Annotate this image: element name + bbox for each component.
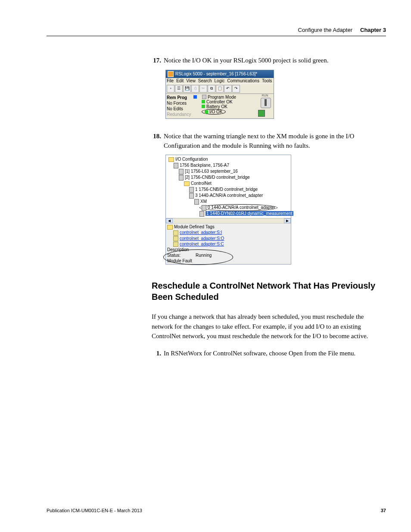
mode-box-icon xyxy=(202,95,206,99)
menu-view[interactable]: View xyxy=(186,78,196,83)
battery-ok-icon xyxy=(202,105,205,108)
section-heading: Reschedule a ControlNet Network That Has… xyxy=(152,280,384,302)
tb-redo-icon[interactable]: ↷ xyxy=(232,85,240,93)
status-noforces: No Forces xyxy=(167,100,192,106)
folder-icon xyxy=(168,157,174,162)
figure-io-config-tree: I/O Configuration 1756 Backplane, 1756-A… xyxy=(165,155,386,264)
tree-node[interactable]: 1 1756-CNB/D controlnet_bridge xyxy=(168,187,290,193)
xm-icon xyxy=(194,199,199,205)
publication-id: Publication ICM-UM001C-EN-E - March 2013 xyxy=(47,508,142,513)
step-text: Notice that the warning triangle next to… xyxy=(164,132,382,151)
tree-node[interactable]: I/O Configuration xyxy=(168,156,290,162)
module-icon xyxy=(179,175,184,180)
section-paragraph: If you change a network that has already… xyxy=(152,312,384,341)
step-17: 17 Notice the I/O OK in your RSLogix 500… xyxy=(149,56,382,65)
step-number: 1 xyxy=(149,349,161,358)
module-info-panel: Module Defined Tags controlnet_adapter:S… xyxy=(166,223,291,264)
status-remprog: Rem Prog xyxy=(167,95,192,100)
tree-node[interactable]: [1] 1756-L63 september_16 xyxy=(168,168,290,174)
screenshot-rslogix: RSLogix 5000 - september_16 [1756-L63]* … xyxy=(165,70,274,119)
scroll-left-icon[interactable]: ◀ xyxy=(166,218,173,223)
header-title: Configure the Adapter xyxy=(298,27,352,33)
step-text: Notice the I/O OK in your RSLogix 5000 p… xyxy=(164,56,382,65)
tb-undo-icon[interactable]: ↶ xyxy=(224,85,232,93)
io-status-box-icon xyxy=(258,110,265,117)
tb-print-icon[interactable]: ⎙ xyxy=(191,85,199,93)
header-chapter: Chapter 3 xyxy=(360,27,386,33)
horizontal-scrollbar[interactable]: ◀ ▶ xyxy=(166,218,291,223)
step-18: 18 Notice that the warning triangle next… xyxy=(149,132,382,151)
module-icon xyxy=(179,169,184,174)
tag-link[interactable]: controlnet_adapter:S:O xyxy=(167,236,290,241)
folder-icon xyxy=(167,225,173,230)
step-number: 18 xyxy=(149,132,161,151)
menu-communications[interactable]: Communications xyxy=(227,78,259,83)
step-number: 17 xyxy=(149,56,161,65)
io-ok-highlight: I/O OK xyxy=(202,109,226,115)
tb-paste-icon[interactable]: 📋 xyxy=(216,85,224,93)
module-icon xyxy=(189,193,194,199)
screenshot-io-config: I/O Configuration 1756 Backplane, 1756-A… xyxy=(165,155,291,264)
page-footer: Publication ICM-UM001C-EN-E - March 2013… xyxy=(47,508,386,513)
menu-logic[interactable]: Logic xyxy=(215,78,225,83)
tree-node[interactable]: 3 1440-ACNR/A controlnet_adapter xyxy=(168,193,290,199)
window-title: RSLogix 5000 - september_16 [1756-L63]* xyxy=(175,72,257,76)
key-switch-icon xyxy=(261,98,271,108)
tag-icon xyxy=(173,230,178,236)
tree-node[interactable]: ControlNet xyxy=(168,180,290,187)
tb-open-icon[interactable]: ☰ xyxy=(175,85,183,93)
tag-icon xyxy=(173,236,178,241)
tag-icon xyxy=(173,242,178,247)
module-icon xyxy=(202,205,206,211)
key-run-label: RUN xyxy=(256,94,274,97)
tree-node[interactable]: [2] 1756-CNB/D controlnet_bridge xyxy=(168,174,290,180)
scroll-right-icon[interactable]: ▶ xyxy=(284,218,291,223)
status-battery-ok: Battery OK xyxy=(206,104,227,109)
io-config-tree[interactable]: I/O Configuration 1756 Backplane, 1756-A… xyxy=(166,155,291,218)
menu-file[interactable]: File xyxy=(167,78,174,83)
app-icon xyxy=(168,71,174,77)
status-program-mode: Program Mode xyxy=(208,95,236,100)
step-text: In RSNetWorx for ControlNet software, ch… xyxy=(164,349,382,358)
module-icon xyxy=(189,187,194,193)
menu-search[interactable]: Search xyxy=(198,78,212,83)
tb-save-icon[interactable]: 💾 xyxy=(183,85,191,93)
tree-node[interactable]: 1756 Backplane, 1756-A7 xyxy=(168,162,290,168)
module-defined-tags-header: Module Defined Tags xyxy=(167,224,290,230)
menu-tools[interactable]: Tools xyxy=(262,78,272,83)
toolbar: ▫ ☰ 💾 ⎙ ✂ ⧉ 📋 ↶ ↷ xyxy=(166,84,274,94)
step-1: 1 In RSNetWorx for ControlNet software, … xyxy=(149,349,382,358)
tag-link[interactable]: controlnet_adapter:S:C xyxy=(167,241,290,247)
tb-cut-icon[interactable]: ✂ xyxy=(199,85,207,93)
status-left-column: Rem Prog No Forces No Edits Redundancy xyxy=(167,95,192,118)
tag-link[interactable]: controlnet_adapter:S:I xyxy=(167,230,290,235)
figure-rslogix-toolbar: RSLogix 5000 - september_16 [1756-L63]* … xyxy=(165,70,386,119)
status-io-ok: I/O OK xyxy=(209,109,223,114)
module-icon xyxy=(199,211,204,217)
controller-ok-icon xyxy=(202,100,205,103)
io-ok-icon xyxy=(205,110,208,114)
status-controller-ok: Controller OK xyxy=(206,100,233,104)
status-redundancy: Redundancy xyxy=(167,112,192,117)
page-header: Configure the Adapter Chapter 3 xyxy=(47,27,386,36)
backplane-icon xyxy=(174,163,178,168)
tb-copy-icon[interactable]: ⧉ xyxy=(208,85,215,93)
page-number: 37 xyxy=(381,508,386,513)
status-noedits: No Edits xyxy=(167,106,192,112)
tb-new-icon[interactable]: ▫ xyxy=(167,85,174,93)
tree-node-selected[interactable]: 1 1440-DYN02-01RJ dynamic_measurement xyxy=(168,211,290,217)
status-right-column: Program Mode Controller OK Battery OK I/… xyxy=(193,95,255,118)
tree-node[interactable]: 0 1440-ACNR/A controlnet_adapter xyxy=(168,205,290,211)
run-indicator-icon xyxy=(193,95,197,99)
tree-node[interactable]: XM xyxy=(168,199,290,205)
menu-edit[interactable]: Edit xyxy=(176,78,184,83)
menu-bar[interactable]: File Edit View Search Logic Communicatio… xyxy=(166,78,274,84)
window-titlebar: RSLogix 5000 - september_16 [1756-L63]* xyxy=(166,70,274,78)
network-icon xyxy=(184,181,190,186)
